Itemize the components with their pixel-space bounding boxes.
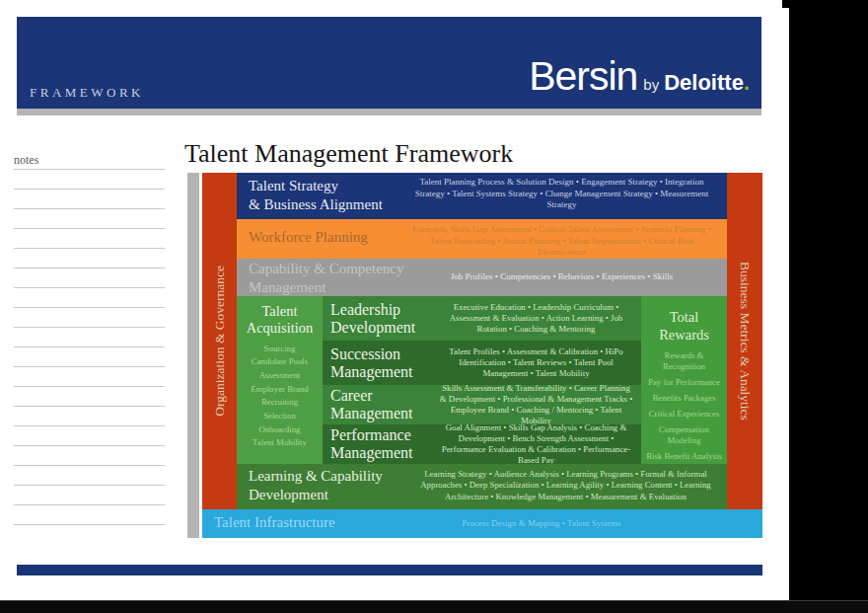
- framework-label: FRAMEWORK: [30, 85, 144, 101]
- list-item: Benefits Packages: [641, 393, 727, 404]
- capability-heading: Capability & Competency Management: [249, 260, 403, 297]
- list-item: Compensation Modeling: [641, 424, 727, 446]
- list-item: Recruiting: [237, 396, 323, 410]
- list-item: Pay for Performance: [641, 377, 727, 388]
- learning-details: Learning Strategy • Audience Analysis • …: [412, 469, 719, 502]
- brand-by: by: [643, 76, 659, 93]
- list-item: Talent Mobility: [237, 436, 323, 450]
- note-line: [14, 248, 165, 249]
- note-line: [14, 287, 165, 288]
- header-bar: FRAMEWORK Bersin by Deloitte .: [17, 17, 761, 109]
- note-line: [14, 327, 165, 328]
- note-line: [14, 366, 165, 367]
- total-rewards-block: Total Rewards Rewards & Recognition Pay …: [641, 296, 727, 464]
- list-item: Selection: [237, 410, 323, 423]
- career-management-row: Career Management Skills Assessment & Tr…: [323, 385, 641, 424]
- talent-infrastructure-details: Process Design & Mapping • Talent System…: [380, 518, 703, 530]
- list-item: Onboarding: [237, 423, 323, 437]
- talent-infrastructure-heading: Talent Infrastructure: [214, 513, 335, 532]
- talent-acquisition-line2: Acquisition: [237, 320, 323, 337]
- succession-management-row: Succession Management Talent Profiles • …: [323, 341, 641, 385]
- total-rewards-items: Rewards & Recognition Pay for Performanc…: [641, 350, 727, 462]
- talent-strategy-heading: Talent Strategy & Business Alignment: [249, 177, 383, 214]
- note-line: [14, 485, 165, 486]
- career-heading: Career Management: [323, 387, 431, 421]
- capability-competency-row: Capability & Competency Management Job P…: [237, 259, 727, 296]
- workforce-planning-heading: Workforce Planning: [249, 228, 368, 247]
- learning-heading: Learning & Capability Development: [249, 467, 383, 504]
- right-black-notch: [782, 0, 792, 8]
- talent-acquisition-block: Talent Acquisition Sourcing Candidate Po…: [237, 296, 323, 464]
- brand-deloitte: Deloitte: [664, 70, 744, 96]
- total-rewards-heading: Total Rewards: [641, 308, 727, 344]
- talent-strategy-details: Talent Planning Process & Solution Desig…: [406, 177, 717, 211]
- note-line: [14, 504, 165, 505]
- performance-line2: Management: [330, 444, 431, 462]
- leadership-development-row: Leadership Development Executive Educati…: [323, 296, 641, 341]
- list-item: Critical Experiences: [641, 409, 727, 420]
- note-line: [14, 406, 165, 407]
- note-line: [14, 445, 165, 446]
- slide-page: FRAMEWORK Bersin by Deloitte . Talent Ma…: [0, 0, 868, 613]
- talent-acquisition-items: Sourcing Candidate Pools Assessment Empl…: [237, 343, 323, 450]
- header-underline: [17, 109, 761, 115]
- talent-infrastructure-row: Talent Infrastructure Process Design & M…: [202, 509, 762, 538]
- list-item: Employer Brand: [237, 383, 323, 397]
- talent-process-rows: Leadership Development Executive Educati…: [323, 296, 641, 464]
- bersin-by-deloitte-logo: Bersin by Deloitte .: [529, 56, 750, 97]
- note-line: [14, 169, 165, 170]
- leadership-line2: Development: [330, 319, 431, 337]
- talent-framework-diagram: Organization & Governance Business Metri…: [187, 173, 762, 538]
- list-item: Risk Benefit Analysis: [641, 451, 727, 462]
- note-line: [14, 307, 165, 308]
- capability-details: Job Profiles • Competencies • Behaviors …: [406, 271, 717, 283]
- performance-heading: Performance Management: [323, 426, 431, 461]
- notes-label: notes: [14, 153, 38, 168]
- performance-details: Goal Alignment • Skills Gap Analysis • C…: [431, 422, 641, 467]
- brand-green-dot: .: [744, 70, 750, 96]
- capability-line2: Management: [249, 278, 403, 297]
- note-line: [14, 425, 165, 426]
- career-line2: Management: [330, 405, 431, 422]
- organization-governance-label: Organization & Governance: [212, 266, 228, 417]
- note-line: [14, 346, 165, 347]
- business-metrics-bar: Business Metrics & Analytics: [727, 173, 762, 509]
- talent-acquisition-heading: Talent Acquisition: [237, 303, 323, 338]
- succession-heading: Succession Management: [323, 345, 431, 380]
- organization-governance-bar: Organization & Governance: [202, 173, 237, 509]
- talent-processes-grid: Talent Acquisition Sourcing Candidate Po…: [237, 296, 727, 464]
- talent-strategy-line1: Talent Strategy: [249, 177, 383, 195]
- succession-line2: Management: [330, 363, 431, 381]
- talent-strategy-line2: & Business Alignment: [249, 195, 383, 214]
- succession-line1: Succession: [330, 345, 431, 363]
- note-line: [14, 268, 165, 268]
- player-control-strip: [0, 600, 868, 613]
- bottom-blue-bar: [17, 565, 762, 575]
- total-rewards-line2: Rewards: [641, 326, 727, 344]
- list-item: Candidate Pools: [237, 355, 323, 369]
- career-line1: Career: [330, 387, 431, 405]
- list-item: Rewards & Recognition: [641, 350, 727, 372]
- note-line: [14, 208, 165, 209]
- note-line: [14, 386, 165, 387]
- workforce-planning-details: Forecasts, Skills Gap Assessment • Criti…: [406, 224, 717, 259]
- learning-capability-row: Learning & Capability Development Learni…: [237, 464, 727, 509]
- performance-line1: Performance: [330, 426, 431, 444]
- succession-details: Talent Profiles • Assessment & Calibrati…: [431, 346, 641, 380]
- brand-bersin: Bersin: [529, 56, 637, 97]
- note-line: [14, 189, 165, 190]
- leadership-heading: Leadership Development: [323, 301, 431, 336]
- talent-acquisition-line1: Talent: [237, 303, 323, 320]
- capability-line1: Capability & Competency: [249, 260, 403, 278]
- page-title: Talent Management Framework: [184, 139, 513, 169]
- note-line: [14, 524, 165, 525]
- business-metrics-label: Business Metrics & Analytics: [737, 262, 753, 421]
- notes-lines: [14, 169, 165, 544]
- right-black-band: [789, 0, 868, 613]
- note-line: [14, 228, 165, 229]
- note-line: [14, 465, 165, 466]
- career-details: Skills Assessment & Transferability • Ca…: [431, 383, 641, 427]
- performance-management-row: Performance Management Goal Alignment • …: [323, 424, 641, 464]
- total-rewards-line1: Total: [641, 308, 727, 326]
- talent-strategy-row: Talent Strategy & Business Alignment Tal…: [237, 173, 727, 219]
